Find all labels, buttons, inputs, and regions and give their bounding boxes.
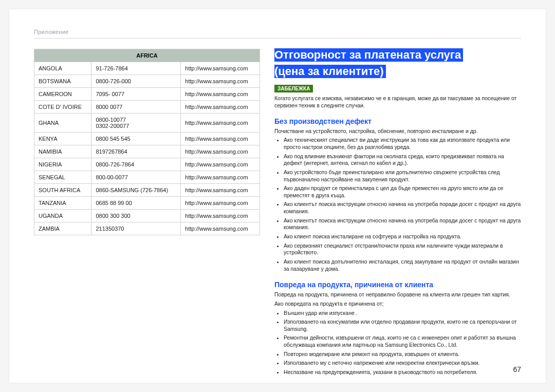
- title-line-2: (цена за клиентите): [274, 65, 386, 78]
- cell-url: http://www.samsung.com: [181, 210, 260, 222]
- cell-country: SENEGAL: [34, 171, 91, 184]
- cell-url: http://www.samsung.com: [181, 145, 260, 158]
- cell-country: TANZANIA: [34, 197, 91, 210]
- table-row: CAMEROON7095- 0077http://www.samsung.com: [34, 88, 260, 101]
- section2-bullets: Външен удар или изпускане .Използването …: [274, 310, 521, 376]
- header-label: Приложение: [34, 29, 521, 35]
- right-column: Отговорност за платената услуга (цена за…: [274, 49, 521, 378]
- cell-phone: 8000 0077: [91, 101, 181, 114]
- list-item: Ако техническият специалист ви даде инст…: [284, 137, 521, 151]
- africa-table: AFRICA ANGOLA91-726-7864http://www.samsu…: [34, 49, 260, 235]
- table-row: UGANDA0800 300 300http://www.samsung.com: [34, 210, 260, 222]
- table-row: NIGERIA0800-726-7864http://www.samsung.c…: [34, 158, 260, 171]
- table-row: SENEGAL800-00-0077http://www.samsung.com: [34, 171, 260, 184]
- table-row: KENYA0800 545 545http://www.samsung.com: [34, 133, 260, 145]
- table-row: SOUTH AFRICA0860-SAMSUNG (726-7864)http:…: [34, 184, 260, 197]
- cell-phone: 0800-726-000: [91, 75, 181, 88]
- list-item: Ако сервизният специалист отстрани/почис…: [284, 242, 521, 256]
- cell-country: NAMIBIA: [34, 145, 91, 158]
- list-item: Използването му с неточно напрежение или…: [284, 360, 521, 367]
- note-badge: ЗАБЕЛЕЖКА: [274, 85, 313, 92]
- table-row: BOTSWANA0800-726-000http://www.samsung.c…: [34, 75, 260, 88]
- cell-url: http://www.samsung.com: [181, 88, 260, 101]
- cell-phone: 0800 300 300: [91, 210, 181, 222]
- cell-country: ANGOLA: [34, 62, 91, 75]
- cell-country: BOTSWANA: [34, 75, 91, 88]
- cell-url: http://www.samsung.com: [181, 101, 260, 114]
- cell-country: CAMEROON: [34, 88, 91, 101]
- list-item: Ако клиентът поиска инструкции относно н…: [284, 217, 521, 231]
- cell-phone: 0800-10077 0302-200077: [91, 114, 181, 133]
- section1-intro: Почистване на устройството, настройка, о…: [274, 127, 521, 135]
- title-line-1: Отговорност за платената услуга: [274, 48, 463, 62]
- cell-country: GHANA: [34, 114, 91, 133]
- cell-url: http://www.samsung.com: [181, 171, 260, 184]
- content-columns: AFRICA ANGOLA91-726-7864http://www.samsu…: [34, 49, 521, 378]
- table-row: COTE D' IVOIRE8000 0077http://www.samsun…: [34, 101, 260, 114]
- document-page: Приложение AFRICA ANGOLA91-726-7864http:…: [9, 9, 546, 383]
- page-number: 67: [513, 365, 521, 374]
- cell-phone: 800-00-0077: [91, 171, 181, 184]
- cell-country: NIGERIA: [34, 158, 91, 171]
- section2-line1: Повреда на продукта, причинена от неправ…: [274, 291, 521, 298]
- list-item: Ако клиентът поиска инструкции относно н…: [284, 201, 521, 215]
- list-item: Ако устройството бъде преинсталирано или…: [284, 169, 521, 183]
- list-item: Ако даден продукт се преинсталира с цел …: [284, 185, 521, 199]
- list-item: Използването на консумативи или отделно …: [284, 319, 521, 332]
- cell-phone: 8197267864: [91, 145, 181, 158]
- cell-url: http://www.samsung.com: [181, 222, 260, 235]
- cell-url: http://www.samsung.com: [181, 184, 260, 197]
- list-item: Повторно моделиране или ремонт на продук…: [284, 351, 521, 358]
- list-item: Ако клиент поиска допълнително инсталаци…: [284, 258, 521, 272]
- table-body: ANGOLA91-726-7864http://www.samsung.comB…: [34, 62, 260, 235]
- header-divider: [34, 38, 521, 39]
- table-header: AFRICA: [34, 49, 260, 62]
- cell-country: UGANDA: [34, 210, 91, 222]
- list-item: Ако клиент поиска инсталиране на софтуер…: [284, 233, 521, 240]
- cell-country: KENYA: [34, 133, 91, 145]
- cell-url: http://www.samsung.com: [181, 75, 260, 88]
- table-row: ZAMBIA211350370http://www.samsung.com: [34, 222, 260, 235]
- table-row: ANGOLA91-726-7864http://www.samsung.com: [34, 62, 260, 75]
- list-item: Ако под влияние възникнат фактори на око…: [284, 153, 521, 167]
- list-item: Ремонтни дейности, извършени от лица, ко…: [284, 334, 521, 348]
- cell-country: COTE D' IVOIRE: [34, 101, 91, 114]
- cell-phone: 91-726-7864: [91, 62, 181, 75]
- cell-phone: 7095- 0077: [91, 88, 181, 101]
- cell-phone: 0800 545 545: [91, 133, 181, 145]
- note-body: Когато услугата се изисква, независимо ч…: [274, 95, 521, 109]
- table-row: GHANA0800-10077 0302-200077http://www.sa…: [34, 114, 260, 133]
- left-column: AFRICA ANGOLA91-726-7864http://www.samsu…: [34, 49, 260, 378]
- cell-url: http://www.samsung.com: [181, 133, 260, 145]
- main-title: Отговорност за платената услуга (цена за…: [274, 47, 521, 80]
- list-item: Външен удар или изпускане .: [284, 310, 521, 317]
- cell-phone: 0860-SAMSUNG (726-7864): [91, 184, 181, 197]
- cell-phone: 0685 88 99 00: [91, 197, 181, 210]
- cell-url: http://www.samsung.com: [181, 62, 260, 75]
- table-row: NAMIBIA8197267864http://www.samsung.com: [34, 145, 260, 158]
- list-item: Неспазване на предупрежденията, указани …: [284, 369, 521, 376]
- cell-phone: 0800-726-7864: [91, 158, 181, 171]
- table-row: TANZANIA0685 88 99 00http://www.samsung.…: [34, 197, 260, 210]
- section1-bullets: Ако техническият специалист ви даде инст…: [274, 137, 521, 272]
- cell-phone: 211350370: [91, 222, 181, 235]
- cell-country: ZAMBIA: [34, 222, 91, 235]
- cell-url: http://www.samsung.com: [181, 114, 260, 133]
- section1-heading: Без производствен дефект: [274, 117, 521, 125]
- cell-url: http://www.samsung.com: [181, 197, 260, 210]
- section2-heading: Повреда на продукта, причинена от клиент…: [274, 281, 521, 289]
- cell-url: http://www.samsung.com: [181, 158, 260, 171]
- section2-line2: Ако повредата на продукта е причинена от…: [274, 300, 521, 307]
- cell-country: SOUTH AFRICA: [34, 184, 91, 197]
